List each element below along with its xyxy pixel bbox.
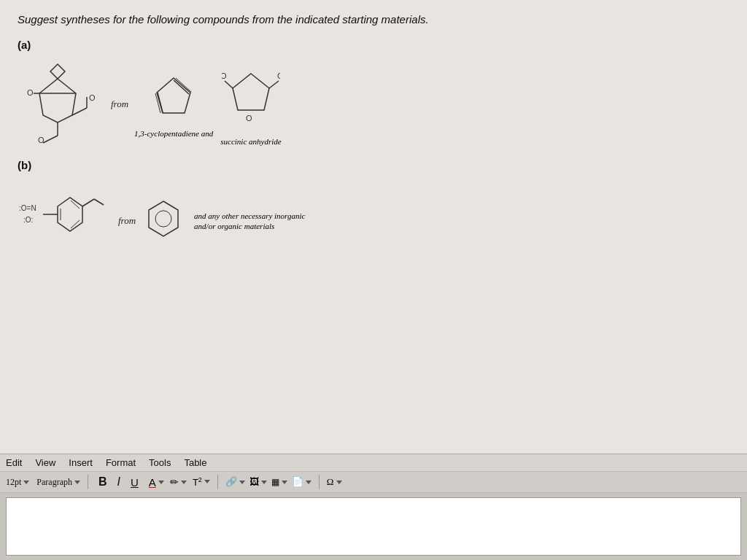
image-button[interactable]: 🖼: [249, 476, 267, 488]
svg-text:O: O: [27, 88, 34, 97]
tools-menu[interactable]: Tools: [149, 457, 171, 468]
divider-3: [319, 475, 320, 489]
paragraph-value: Paragraph: [36, 477, 72, 488]
link-button[interactable]: 🔗: [225, 476, 245, 488]
image-icon: 🖼: [249, 476, 259, 488]
document-button[interactable]: 📄: [292, 476, 311, 488]
font-color-label: A: [149, 476, 156, 489]
part-a-row: O O O from: [18, 57, 729, 152]
insert-menu[interactable]: Insert: [69, 457, 93, 468]
part-a-reagent: O O O succinic anhydride: [220, 63, 281, 146]
svg-text:O: O: [246, 114, 252, 122]
highlight-button[interactable]: ✏: [170, 476, 187, 489]
format-menu[interactable]: Format: [106, 457, 136, 468]
part-b-reagent-text: and any other necessary inorganic and/or…: [194, 211, 311, 232]
svg-text::O:: :O:: [23, 216, 33, 224]
svg-text:O: O: [222, 71, 227, 80]
edit-menu[interactable]: Edit: [6, 457, 22, 468]
table-menu[interactable]: Table: [184, 457, 206, 468]
part-b-row: :O=N :O: from and any other necessary in…: [18, 177, 729, 265]
svg-marker-31: [149, 201, 178, 236]
part-b-from: from: [118, 215, 136, 227]
paragraph-style-selector[interactable]: Paragraph: [36, 477, 80, 488]
svg-marker-16: [233, 74, 269, 110]
svg-line-19: [225, 81, 233, 88]
svg-line-27: [94, 199, 104, 205]
part-b-product: :O=N :O:: [18, 177, 112, 265]
table-icon: ▦: [271, 477, 279, 488]
svg-marker-2: [50, 64, 65, 79]
svg-marker-22: [58, 198, 82, 231]
font-size-value: 12pt: [6, 477, 21, 488]
superscript-chevron-icon: [204, 480, 210, 483]
part-a-section: (a) O O: [18, 39, 729, 152]
paragraph-chevron-icon: [74, 481, 80, 484]
document-chevron-icon: [306, 481, 311, 484]
text-editor-area[interactable]: [6, 497, 741, 556]
menu-bar: Edit View Insert Format Tools Table: [0, 454, 747, 472]
succinic-label: succinic anhydride: [220, 137, 281, 146]
question-text: Suggest syntheses for the following comp…: [18, 13, 729, 26]
link-icon: 🔗: [225, 476, 237, 488]
main-content: Suggest syntheses for the following comp…: [0, 0, 747, 454]
svg-line-17: [269, 81, 279, 88]
image-chevron-icon: [261, 481, 267, 484]
divider-1: [88, 475, 88, 489]
table-insert-button[interactable]: ▦: [271, 477, 287, 488]
font-size-selector[interactable]: 12pt: [6, 477, 29, 488]
bold-button[interactable]: B: [96, 475, 110, 489]
svg-point-32: [155, 211, 171, 227]
svg-text:O: O: [38, 136, 44, 144]
svg-line-7: [43, 136, 58, 143]
font-color-button[interactable]: A: [149, 476, 164, 489]
highlight-icon: ✏: [170, 476, 179, 489]
font-color-chevron-icon: [158, 481, 164, 484]
svg-line-26: [82, 199, 94, 206]
table-chevron-icon: [282, 481, 287, 484]
part-b-label: (b): [18, 159, 729, 171]
svg-text::O=N: :O=N: [19, 204, 36, 212]
part-a-product: O O O: [18, 57, 105, 152]
view-menu[interactable]: View: [35, 457, 55, 468]
highlight-chevron-icon: [181, 481, 187, 484]
superscript-button[interactable]: T2: [193, 476, 210, 488]
svg-marker-0: [39, 79, 76, 122]
part-b-section: (b) :O=N :O:: [18, 159, 729, 265]
part-a-label: (a): [18, 39, 729, 51]
font-size-chevron-icon: [23, 481, 29, 484]
part-b-benzene: [142, 195, 185, 246]
toolbar-wrapper: Edit View Insert Format Tools Table 12pt…: [0, 454, 747, 560]
part-a-from: from: [111, 98, 128, 110]
italic-button[interactable]: I: [115, 475, 123, 489]
svg-text:O: O: [89, 93, 96, 102]
svg-line-3: [72, 108, 87, 115]
underline-button[interactable]: U: [128, 475, 142, 489]
special-chevron-icon: [336, 481, 342, 484]
svg-line-12: [174, 80, 189, 94]
divider-2: [217, 475, 218, 489]
svg-text:O: O: [277, 71, 280, 80]
link-chevron-icon: [239, 481, 245, 484]
special-char-button[interactable]: Ω: [327, 476, 342, 488]
svg-line-14: [158, 93, 163, 112]
part-a-diene: 1,3-cyclopentadiene and: [134, 71, 213, 138]
cyclopentadiene-label: 1,3-cyclopentadiene and: [134, 129, 213, 138]
superscript-label: T2: [193, 476, 202, 488]
formatting-bar: 12pt Paragraph B I U A ✏ T2 🔗: [0, 472, 747, 493]
document-icon: 📄: [292, 476, 303, 488]
special-char-icon: Ω: [327, 476, 334, 488]
